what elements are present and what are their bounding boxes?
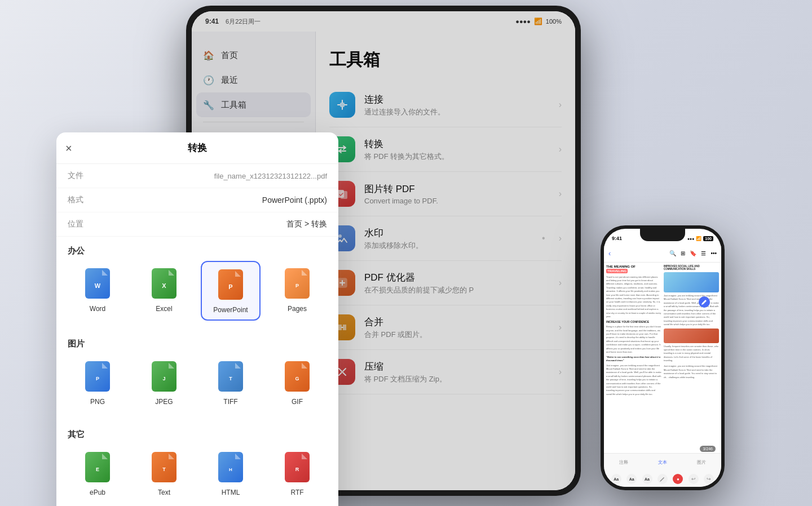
phone-toolbar-actions: 🔍 ⊞ 🔖 ☰ ••• (669, 250, 717, 256)
phone-doc-section2-title: INCREASE YOUR CONFIDENCE (606, 320, 661, 324)
phone-right-body3: Just imagine, you are trekking around th… (664, 365, 719, 379)
other-format-grid: E ePub T Text H HTML (56, 445, 338, 506)
phone-battery-icon: 100 (703, 236, 713, 241)
phone-doc-body2: Being in a place for the first time wher… (606, 325, 661, 354)
location-value: 首页 > 转换 (286, 219, 327, 229)
phone-wifi-icon: 📶 (696, 236, 701, 241)
section-image-title: 图片 (56, 330, 338, 354)
phone-right-body1: Just imagine, you are trekking around th… (664, 294, 719, 327)
gif-icon: G (283, 359, 312, 393)
word-icon: W (83, 267, 112, 300)
format-label: 格式 (68, 195, 83, 205)
phone-screen: 9:41 ●●● 📶 100 ‹ 🔍 ⊞ 🔖 ☰ ••• THE MEANING (604, 229, 721, 487)
phone-device: 9:41 ●●● 📶 100 ‹ 🔍 ⊞ 🔖 ☰ ••• THE MEANING (601, 225, 725, 490)
format-powerpoint[interactable]: P PowerPoint (201, 261, 261, 321)
excel-icon: X (149, 267, 179, 300)
phone-doc-content: THE MEANING OF TRAVELING Travel is not j… (604, 263, 721, 453)
excel-label: Excel (156, 305, 172, 313)
format-rtf[interactable]: R RTF (267, 445, 327, 502)
phone-grid-icon[interactable]: ⊞ (681, 250, 685, 256)
format-word[interactable]: W Word (68, 261, 127, 321)
phone-search-icon[interactable]: 🔍 (669, 250, 676, 256)
phone-right-title: IMPROVES SOCIAL LIFE AND COMMUNICATION S… (664, 265, 719, 270)
phone-tool-aa1[interactable]: Aa (611, 474, 621, 484)
phone-travel-image (664, 272, 719, 292)
jpeg-label: JPEG (155, 398, 173, 406)
phone-bookmark-icon[interactable]: 🔖 (690, 250, 696, 256)
phone-doc-body3: Just imagine, you are trekking around th… (606, 364, 661, 397)
phone-doc-right: IMPROVES SOCIAL LIFE AND COMMUNICATION S… (664, 265, 719, 451)
phone-tabs: 注释 文本 图片 (604, 454, 721, 471)
phone-right-body2: Usually, frequent travelers are smarter … (664, 345, 719, 363)
format-gif[interactable]: G GIF (267, 354, 327, 411)
conversion-dialog: × 转换 文件 file_name_x12312321312122...pdf … (56, 132, 338, 506)
format-value: PowerPoint (.pptx) (262, 196, 327, 205)
png-label: PNG (90, 398, 105, 406)
phone-tab-image[interactable]: 图片 (682, 454, 721, 471)
format-epub[interactable]: E ePub (68, 445, 127, 502)
phone-tool-pencil[interactable] (657, 474, 668, 484)
phone-doc-left: THE MEANING OF TRAVELING Travel is not j… (606, 265, 661, 451)
format-tiff[interactable]: T TIFF (201, 354, 261, 411)
section-other-title: 其它 (56, 420, 338, 445)
phone-title-highlight: TRAVELING (606, 269, 628, 273)
tiff-icon: T (216, 359, 245, 393)
phone-travel-image2 (664, 329, 719, 343)
powerpoint-label: PowerPoint (213, 306, 248, 314)
epub-icon: E (83, 450, 112, 484)
phone-tab-annotation[interactable]: 注释 (604, 454, 643, 471)
phone-quote: "Better to see something once than hear … (606, 356, 661, 362)
file-value: file_name_x12312321312122...pdf (214, 172, 327, 180)
phone-notch (640, 229, 685, 241)
phone-tab-text[interactable]: 文本 (643, 454, 682, 471)
phone-tool-redo[interactable]: ↪ (704, 474, 714, 484)
phone-tool-aa3[interactable]: Aa (642, 474, 652, 484)
phone-list-icon[interactable]: ☰ (701, 250, 706, 256)
png-icon: P (83, 359, 112, 393)
dialog-meta-location: 位置 首页 > 转换 (56, 212, 338, 237)
phone-tool-undo[interactable]: ↩ (689, 474, 699, 484)
phone-bottom-tools: Aa Aa Aa ● ↩ ↪ (604, 471, 721, 487)
file-label: 文件 (68, 171, 83, 181)
phone-tool-aa2[interactable]: Aa (626, 474, 637, 484)
phone-annotation-icon[interactable] (699, 296, 710, 308)
jpeg-icon: J (149, 359, 179, 393)
section-office-title: 办公 (56, 237, 338, 261)
phone-bottom-bar: 注释 文本 图片 Aa Aa Aa (604, 453, 721, 487)
pages-icon: P (283, 267, 312, 300)
dialog-meta-file: 文件 file_name_x12312321312122...pdf (56, 164, 338, 188)
phone-time: 9:41 (612, 236, 622, 241)
format-html[interactable]: H HTML (201, 445, 261, 502)
epub-label: ePub (90, 489, 105, 496)
format-png[interactable]: P PNG (68, 354, 127, 411)
phone-signal-icon: ●●● (687, 237, 695, 241)
location-label: 位置 (68, 219, 83, 229)
dialog-close-button[interactable]: × (65, 141, 72, 154)
format-text[interactable]: T Text (134, 445, 194, 502)
phone-status-icons: ●●● 📶 100 (687, 236, 713, 241)
dialog-meta: 文件 file_name_x12312321312122...pdf 格式 Po… (56, 164, 338, 237)
dialog-meta-format: 格式 PowerPoint (.pptx) (56, 188, 338, 212)
format-jpeg[interactable]: J JPEG (134, 354, 194, 411)
powerpoint-icon: P (216, 268, 245, 301)
dialog-title: 转换 (188, 141, 207, 154)
format-pages[interactable]: P Pages (267, 261, 327, 321)
office-format-grid: W Word X Excel P PowerPoint (56, 261, 338, 330)
html-icon: H (216, 450, 245, 484)
dialog-header: × 转换 (56, 132, 338, 164)
format-excel[interactable]: X Excel (134, 261, 194, 321)
image-format-grid: P PNG J JPEG T TIFF (56, 354, 338, 420)
rtf-icon: R (283, 450, 312, 484)
html-label: HTML (222, 489, 240, 496)
phone-toolbar: ‹ 🔍 ⊞ 🔖 ☰ ••• (604, 245, 721, 263)
phone-back-icon[interactable]: ‹ (608, 249, 611, 258)
phone-page-indicator: 3/246 (700, 446, 716, 452)
text-label: Text (158, 489, 170, 496)
rtf-label: RTF (290, 489, 303, 496)
phone-doc-body1: Travel is not just about roaming into di… (606, 276, 661, 319)
phone-more-icon[interactable]: ••• (710, 250, 717, 256)
gif-label: GIF (292, 398, 303, 406)
tiff-label: TIFF (223, 398, 237, 406)
word-label: Word (90, 305, 105, 313)
phone-tool-circle[interactable]: ● (673, 474, 683, 484)
